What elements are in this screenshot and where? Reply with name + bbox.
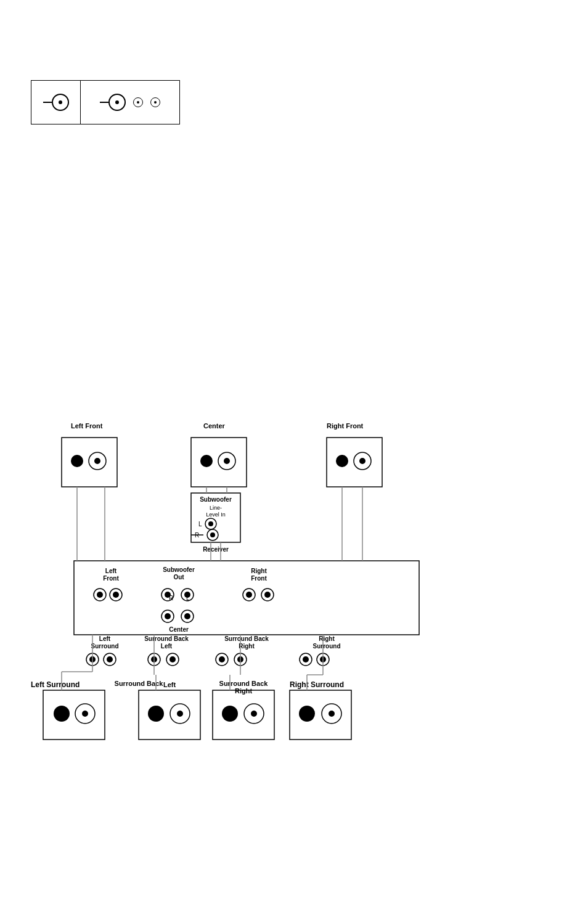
connector-right-3 bbox=[150, 97, 160, 107]
svg-text:Left: Left bbox=[161, 643, 173, 650]
svg-text:Subwoofer: Subwoofer bbox=[163, 566, 195, 573]
svg-point-45 bbox=[246, 592, 252, 598]
svg-rect-5 bbox=[191, 438, 247, 487]
top-box-right bbox=[81, 81, 179, 124]
svg-rect-77 bbox=[43, 690, 105, 740]
svg-point-51 bbox=[184, 613, 190, 619]
svg-point-1 bbox=[71, 455, 83, 467]
svg-point-70 bbox=[219, 656, 225, 662]
svg-text:Front: Front bbox=[103, 575, 119, 582]
svg-point-31 bbox=[97, 592, 103, 598]
svg-text:Out: Out bbox=[173, 574, 184, 581]
connector-right-1 bbox=[100, 94, 126, 111]
connector-right-2 bbox=[133, 97, 143, 107]
svg-rect-27 bbox=[74, 561, 419, 635]
svg-rect-0 bbox=[62, 438, 117, 487]
top-connector-diagram bbox=[31, 80, 180, 124]
svg-point-78 bbox=[54, 706, 70, 722]
svg-point-49 bbox=[165, 613, 171, 619]
svg-text:Right: Right bbox=[235, 687, 252, 695]
svg-rect-94 bbox=[290, 690, 351, 740]
svg-point-83 bbox=[148, 706, 164, 722]
svg-text:Line-: Line- bbox=[210, 505, 222, 511]
svg-text:Center: Center bbox=[203, 422, 226, 430]
svg-rect-82 bbox=[139, 690, 200, 740]
svg-text:Right: Right bbox=[251, 568, 267, 574]
svg-point-89 bbox=[222, 706, 238, 722]
svg-text:Surround: Surround bbox=[91, 643, 119, 650]
svg-point-74 bbox=[303, 656, 309, 662]
svg-text:Right Front: Right Front bbox=[327, 422, 364, 430]
top-box-left bbox=[31, 81, 81, 124]
connector-left bbox=[43, 94, 69, 111]
svg-text:Subwoofer: Subwoofer bbox=[200, 496, 232, 503]
svg-point-25 bbox=[210, 532, 215, 537]
svg-point-21 bbox=[208, 521, 213, 526]
svg-text:Center: Center bbox=[169, 626, 189, 633]
svg-point-95 bbox=[299, 706, 315, 722]
svg-text:Left: Left bbox=[163, 681, 176, 688]
svg-point-13 bbox=[359, 458, 365, 464]
svg-point-97 bbox=[329, 711, 335, 717]
main-speaker-diagram: Left Front Center Right Front Subwoofer … bbox=[25, 419, 561, 889]
svg-text:Left Front: Left Front bbox=[71, 422, 103, 430]
svg-text:Front: Front bbox=[251, 575, 267, 582]
svg-text:Receiver: Receiver bbox=[203, 546, 229, 553]
svg-point-64 bbox=[107, 656, 113, 662]
svg-point-41 bbox=[184, 592, 190, 598]
svg-text:Level In: Level In bbox=[206, 512, 226, 518]
svg-point-68 bbox=[169, 656, 176, 662]
svg-text:Right: Right bbox=[319, 635, 335, 642]
svg-text:Right Surround: Right Surround bbox=[290, 680, 344, 689]
svg-text:Left: Left bbox=[105, 568, 117, 574]
svg-point-6 bbox=[200, 455, 213, 467]
svg-text:Surround Back: Surround Back bbox=[224, 635, 269, 642]
svg-text:L: L bbox=[198, 521, 202, 528]
svg-text:Surround: Surround bbox=[313, 643, 341, 650]
svg-point-11 bbox=[336, 455, 348, 467]
svg-point-47 bbox=[264, 592, 271, 598]
svg-text:Surround Back: Surround Back bbox=[144, 635, 189, 642]
svg-point-85 bbox=[177, 711, 183, 717]
svg-point-3 bbox=[94, 458, 100, 464]
svg-point-38 bbox=[165, 592, 171, 598]
svg-text:Left: Left bbox=[99, 635, 111, 642]
svg-point-91 bbox=[251, 711, 257, 717]
svg-text:Right: Right bbox=[239, 643, 255, 650]
svg-rect-88 bbox=[213, 690, 274, 740]
svg-point-8 bbox=[224, 458, 230, 464]
svg-text:Surround Back: Surround Back bbox=[219, 680, 269, 687]
svg-text:Left Surround: Left Surround bbox=[31, 680, 80, 689]
svg-rect-10 bbox=[327, 438, 382, 487]
svg-point-80 bbox=[82, 711, 88, 717]
svg-point-33 bbox=[113, 592, 119, 598]
